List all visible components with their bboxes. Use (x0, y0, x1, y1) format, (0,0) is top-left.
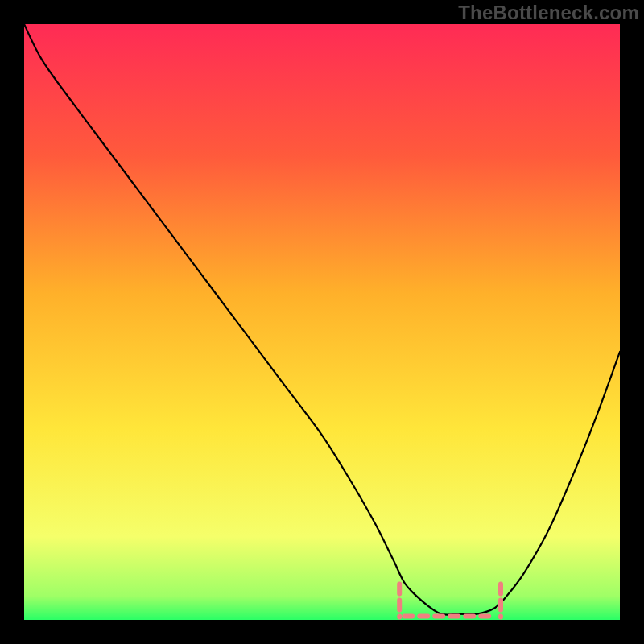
watermark-text: TheBottleneck.com (458, 2, 639, 24)
plot-background (24, 24, 620, 620)
bottleneck-chart (24, 24, 620, 620)
chart-container: TheBottleneck.com (0, 0, 644, 644)
